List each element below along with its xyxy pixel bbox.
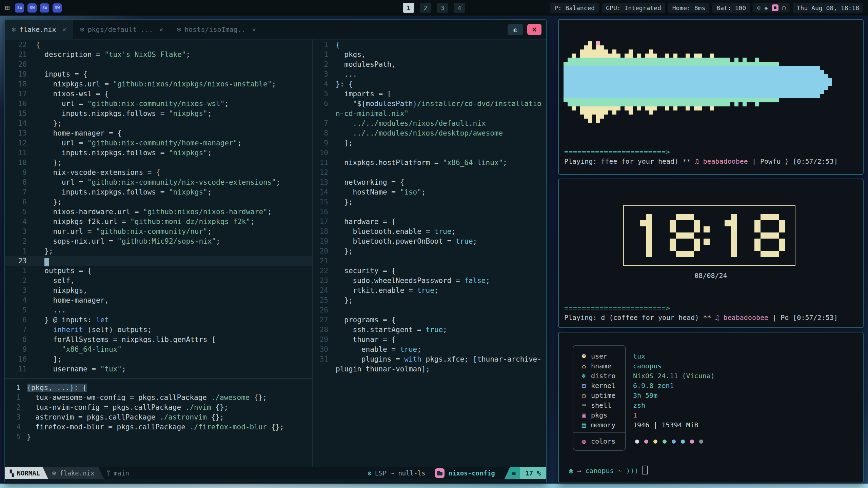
code-line[interactable]: 1 pkgs, — [313, 50, 548, 60]
code-line[interactable]: 10 }; — [5, 158, 312, 168]
code-line[interactable]: 14 hostName = "iso"; — [313, 187, 548, 197]
code-line[interactable]: 9 nix-vscode-extensions = { — [5, 168, 312, 178]
code-line[interactable]: 12 url = "github:nix-community/home-mana… — [5, 138, 312, 148]
code-line[interactable]: n-cd-minimal.nix" — [313, 109, 548, 119]
code-line[interactable]: 22 security = { — [313, 266, 548, 276]
code-line[interactable]: 1 outputs = { — [5, 266, 312, 276]
code-line[interactable]: 4}: { — [313, 79, 548, 89]
taskbar-app-icon[interactable]: SW — [53, 3, 62, 13]
code-line[interactable]: 29 thunar = { — [313, 335, 548, 345]
code-line[interactable]: 21 — [313, 256, 548, 266]
code-line[interactable]: 4 firefox-mod-blur = pkgs.callPackage ./… — [5, 422, 312, 432]
code-line[interactable]: 13 networking = { — [313, 178, 548, 187]
taskbar-app-icon[interactable]: SW — [40, 3, 49, 13]
code-line[interactable]: 8 forAllSystems = nixpkgs.lib.genAttrs [ — [5, 335, 312, 345]
code-line[interactable]: 5 imports = [ — [313, 89, 548, 99]
code-line[interactable]: 1{pkgs, ...}: { — [5, 383, 312, 393]
tag-2[interactable]: 2 — [420, 3, 431, 13]
tab-close-icon[interactable]: × — [62, 25, 66, 34]
code-line[interactable]: 17 nixos-wsl = { — [5, 89, 312, 99]
code-line[interactable]: 21 description = "tux's NixOS Flake"; — [5, 50, 312, 60]
window-close-button[interactable]: × — [527, 24, 541, 35]
taskbar-app-icon[interactable]: SW — [27, 3, 37, 13]
code-line[interactable]: 27 programs = { — [313, 315, 548, 325]
code-line[interactable]: 11 nixpkgs.hostPlatform = "x86_64-linux"… — [313, 158, 548, 168]
tab-flake-nix[interactable]: ❄flake.nix× — [5, 20, 73, 39]
code-line[interactable]: 16 — [313, 207, 548, 217]
visualizer-cell — [629, 70, 633, 74]
editor-pane-iso-image[interactable]: 1{1 pkgs,2 modulesPath,3 ...4}: {5 impor… — [313, 40, 548, 374]
code-line[interactable]: 6 }; — [5, 197, 312, 207]
code-line[interactable]: 30 enable = true; — [313, 345, 548, 354]
code-line[interactable]: 1 tux-awesome-wm-config = pkgs.callPacka… — [5, 393, 312, 403]
code-line[interactable]: 5 ... — [5, 305, 312, 315]
code-line[interactable]: 12 — [313, 168, 548, 178]
code-line[interactable]: 14 }; — [5, 119, 312, 128]
horizontal-split-divider[interactable] — [5, 378, 312, 379]
view-toggle-button[interactable]: ◐ — [508, 24, 523, 35]
code-line[interactable]: 6 "${modulesPath}/installer/cd-dvd/insta… — [313, 99, 548, 109]
code-line[interactable]: 7 inputs.nixpkgs.follows = "nixpkgs"; — [5, 187, 312, 197]
code-line[interactable]: 3 astronvim = pkgs.callPackage ./astronv… — [5, 412, 312, 422]
taskbar-app-icon[interactable]: SW — [15, 3, 24, 13]
code-line[interactable]: 20 — [5, 60, 312, 69]
code-line[interactable]: 26 — [313, 305, 548, 315]
code-line[interactable]: 1 }; — [5, 246, 312, 256]
code-line[interactable]: 3 nixpkgs, — [5, 286, 312, 296]
code-line[interactable]: 19 inputs = { — [5, 69, 312, 79]
code-line[interactable]: 9 ]; — [313, 138, 548, 148]
code-line[interactable]: 25 }; — [313, 296, 548, 305]
tab-pkgs-default-[interactable]: ❄pkgs/default ...× — [73, 20, 170, 39]
code-line[interactable]: 18 bluetooth.enable = true; — [313, 227, 548, 237]
code-line[interactable]: 18 nixpkgs.url = "github:nixos/nixpkgs/n… — [5, 79, 312, 89]
launcher-grid-icon[interactable]: ⊞ — [5, 3, 9, 13]
tab-close-icon[interactable]: × — [159, 25, 163, 34]
code-line[interactable]: 3 ... — [313, 69, 548, 79]
code-line[interactable]: 10 ]; — [5, 354, 312, 364]
command-line[interactable] — [5, 479, 546, 483]
shell-prompt[interactable]: ◉ → canopus ~ ⟩⟩⟩ — [569, 466, 648, 475]
code-line[interactable]: 2 modulesPath, — [313, 60, 548, 69]
code-line[interactable]: 4 home-manager, — [5, 296, 312, 305]
code-line[interactable]: 3 nur.url = "github:nix-community/nur"; — [5, 227, 312, 237]
code-line[interactable]: 15 }; — [313, 197, 548, 207]
code-line[interactable]: 9 "x86_64-linux" — [5, 345, 312, 354]
editor-pane-flake[interactable]: 22{21 description = "tux's NixOS Flake";… — [5, 40, 312, 374]
code-line[interactable]: 5 nixos-hardware.url = "github:nixos/nix… — [5, 207, 312, 217]
code-line[interactable]: 22{ — [5, 40, 312, 50]
code-line[interactable]: 10 — [313, 148, 548, 158]
code-line[interactable]: 20 }; — [313, 246, 548, 256]
code-line[interactable]: 28 ssh.startAgent = true; — [313, 325, 548, 335]
code-line[interactable]: plugin thunar-volman]; — [313, 364, 548, 374]
code-line[interactable]: 8 ../../modules/nixos/desktop/awesome — [313, 128, 548, 138]
code-line[interactable]: 11 inputs.nixpkgs.follows = "nixpkgs"; — [5, 148, 312, 158]
tag-4[interactable]: 4 — [454, 3, 465, 13]
tab-close-icon[interactable]: × — [252, 25, 256, 34]
code-line[interactable]: 8 url = "github:nix-community/nix-vscode… — [5, 178, 312, 187]
code-line[interactable]: 4 nixpkgs-f2k.url = "github:moni-dz/nixp… — [5, 217, 312, 227]
code-line[interactable]: 13 home-manager = { — [5, 128, 312, 138]
code-line[interactable]: 17 hardware = { — [313, 217, 548, 227]
code-line[interactable]: 15 inputs.nixpkgs.follows = "nixpkgs"; — [5, 109, 312, 119]
code-line[interactable]: 19 bluetooth.powerOnBoot = true; — [313, 237, 548, 246]
code-line[interactable]: 6 } @ inputs: let — [5, 315, 312, 325]
code-line[interactable]: 5} — [5, 432, 312, 442]
tag-3[interactable]: 3 — [437, 3, 448, 13]
code-line[interactable]: 31 plugins = with pkgs.xfce; [thunar-arc… — [313, 354, 548, 364]
code-text: "x86_64-linux" — [36, 345, 122, 354]
code-line[interactable]: 16 url = "github:nix-community/nixos-wsl… — [5, 99, 312, 109]
code-line[interactable]: 2 sops-nix.url = "github:Mic92/sops-nix"… — [5, 237, 312, 246]
code-line[interactable]: 11 username = "tux"; — [5, 364, 312, 374]
tab-hosts-isoImag-[interactable]: ❄hosts/isoImag..× — [170, 20, 263, 39]
code-line[interactable]: 24 rtkit.enable = true; — [313, 286, 548, 296]
code-line[interactable]: 7 ../../modules/nixos/default.nix — [313, 119, 548, 128]
code-line[interactable]: 2 tux-nvim-config = pkgs.callPackage ./n… — [5, 403, 312, 412]
editor-pane-pkgs-default[interactable]: 1{pkgs, ...}: {1 tux-awesome-wm-config =… — [5, 383, 312, 442]
tag-1[interactable]: 1 — [403, 3, 414, 13]
code-line[interactable]: 1{ — [313, 40, 548, 50]
code-line[interactable]: 23 sudo.wheelNeedsPassword = false; — [313, 276, 548, 286]
code-line[interactable]: 7 inherit (self) outputs; — [5, 325, 312, 335]
visualizer-cell — [718, 66, 722, 70]
code-line[interactable]: 23 — [5, 256, 312, 266]
code-line[interactable]: 2 self, — [5, 276, 312, 286]
